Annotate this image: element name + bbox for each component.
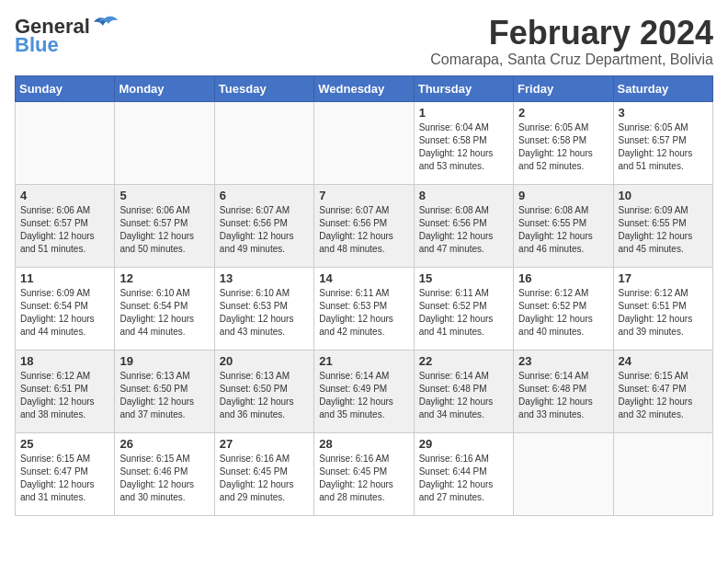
day-number: 25	[20, 437, 109, 451]
day-info: Sunrise: 6:10 AM Sunset: 6:53 PM Dayligh…	[220, 287, 309, 339]
calendar-cell	[514, 432, 613, 515]
day-number: 14	[319, 271, 408, 285]
day-info: Sunrise: 6:14 AM Sunset: 6:48 PM Dayligh…	[518, 370, 608, 421]
day-number: 16	[518, 271, 608, 285]
day-info: Sunrise: 6:08 AM Sunset: 6:55 PM Dayligh…	[518, 204, 608, 256]
day-info: Sunrise: 6:16 AM Sunset: 6:45 PM Dayligh…	[220, 453, 309, 504]
day-info: Sunrise: 6:15 AM Sunset: 6:47 PM Dayligh…	[20, 453, 109, 504]
weekday-header-thursday: Thursday	[414, 75, 513, 101]
day-info: Sunrise: 6:16 AM Sunset: 6:45 PM Dayligh…	[319, 453, 408, 504]
calendar-cell	[613, 432, 712, 515]
calendar-cell: 12Sunrise: 6:10 AM Sunset: 6:54 PM Dayli…	[115, 267, 214, 350]
calendar-cell: 7Sunrise: 6:07 AM Sunset: 6:56 PM Daylig…	[314, 184, 414, 267]
day-number: 17	[619, 271, 708, 285]
calendar-cell: 20Sunrise: 6:13 AM Sunset: 6:50 PM Dayli…	[214, 350, 313, 432]
day-number: 19	[119, 354, 209, 368]
weekday-header-tuesday: Tuesday	[214, 75, 313, 101]
title-section: February 2024 Comarapa, Santa Cruz Depar…	[430, 15, 713, 68]
day-number: 13	[220, 271, 309, 285]
logo: General Blue	[15, 15, 118, 57]
page-title: February 2024	[430, 15, 713, 52]
calendar-cell: 25Sunrise: 6:15 AM Sunset: 6:47 PM Dayli…	[16, 432, 115, 515]
calendar-cell: 6Sunrise: 6:07 AM Sunset: 6:56 PM Daylig…	[214, 184, 313, 267]
day-number: 5	[119, 189, 209, 202]
calendar-cell: 8Sunrise: 6:08 AM Sunset: 6:56 PM Daylig…	[414, 184, 513, 267]
day-number: 15	[419, 271, 508, 285]
day-number: 12	[119, 271, 209, 285]
day-number: 21	[319, 354, 408, 368]
calendar-week-row: 4Sunrise: 6:06 AM Sunset: 6:57 PM Daylig…	[16, 184, 713, 267]
day-info: Sunrise: 6:10 AM Sunset: 6:54 PM Dayligh…	[119, 287, 209, 339]
day-info: Sunrise: 6:06 AM Sunset: 6:57 PM Dayligh…	[119, 204, 209, 256]
calendar-cell	[16, 101, 115, 184]
calendar-cell: 21Sunrise: 6:14 AM Sunset: 6:49 PM Dayli…	[314, 350, 414, 432]
day-number: 9	[518, 189, 608, 202]
day-number: 28	[319, 437, 408, 451]
day-info: Sunrise: 6:07 AM Sunset: 6:56 PM Dayligh…	[319, 204, 408, 256]
weekday-header-wednesday: Wednesday	[314, 75, 414, 101]
calendar-cell: 5Sunrise: 6:06 AM Sunset: 6:57 PM Daylig…	[115, 184, 214, 267]
day-info: Sunrise: 6:05 AM Sunset: 6:58 PM Dayligh…	[518, 121, 608, 173]
calendar-cell: 14Sunrise: 6:11 AM Sunset: 6:53 PM Dayli…	[314, 267, 414, 350]
calendar-cell: 10Sunrise: 6:09 AM Sunset: 6:55 PM Dayli…	[613, 184, 712, 267]
calendar-cell	[115, 101, 214, 184]
day-number: 10	[619, 189, 708, 202]
calendar-cell: 13Sunrise: 6:10 AM Sunset: 6:53 PM Dayli…	[214, 267, 313, 350]
day-info: Sunrise: 6:04 AM Sunset: 6:58 PM Dayligh…	[419, 121, 508, 173]
calendar-cell: 24Sunrise: 6:15 AM Sunset: 6:47 PM Dayli…	[613, 350, 712, 432]
page-subtitle: Comarapa, Santa Cruz Department, Bolivia	[430, 52, 713, 68]
calendar-cell: 23Sunrise: 6:14 AM Sunset: 6:48 PM Dayli…	[514, 350, 613, 432]
calendar-week-row: 25Sunrise: 6:15 AM Sunset: 6:47 PM Dayli…	[16, 432, 713, 515]
day-info: Sunrise: 6:09 AM Sunset: 6:54 PM Dayligh…	[20, 287, 109, 339]
day-number: 3	[619, 106, 708, 120]
calendar-cell: 15Sunrise: 6:11 AM Sunset: 6:52 PM Dayli…	[414, 267, 513, 350]
day-number: 24	[619, 354, 708, 368]
calendar-cell	[214, 101, 313, 184]
calendar-week-row: 1Sunrise: 6:04 AM Sunset: 6:58 PM Daylig…	[16, 101, 713, 184]
calendar-cell: 9Sunrise: 6:08 AM Sunset: 6:55 PM Daylig…	[514, 184, 613, 267]
day-info: Sunrise: 6:14 AM Sunset: 6:48 PM Dayligh…	[419, 370, 508, 421]
day-info: Sunrise: 6:06 AM Sunset: 6:57 PM Dayligh…	[20, 204, 109, 256]
calendar-cell: 3Sunrise: 6:05 AM Sunset: 6:57 PM Daylig…	[613, 101, 712, 184]
weekday-header-sunday: Sunday	[16, 75, 115, 101]
weekday-header-friday: Friday	[514, 75, 613, 101]
day-info: Sunrise: 6:08 AM Sunset: 6:56 PM Dayligh…	[419, 204, 508, 256]
day-info: Sunrise: 6:07 AM Sunset: 6:56 PM Dayligh…	[220, 204, 309, 256]
calendar-table: SundayMondayTuesdayWednesdayThursdayFrid…	[15, 75, 713, 516]
day-number: 4	[20, 189, 109, 202]
weekday-header-saturday: Saturday	[613, 75, 712, 101]
calendar-cell: 28Sunrise: 6:16 AM Sunset: 6:45 PM Dayli…	[314, 432, 414, 515]
day-info: Sunrise: 6:12 AM Sunset: 6:52 PM Dayligh…	[518, 287, 608, 339]
calendar-cell: 29Sunrise: 6:16 AM Sunset: 6:44 PM Dayli…	[414, 432, 513, 515]
day-info: Sunrise: 6:11 AM Sunset: 6:53 PM Dayligh…	[319, 287, 408, 339]
calendar-week-row: 11Sunrise: 6:09 AM Sunset: 6:54 PM Dayli…	[16, 267, 713, 350]
day-number: 26	[119, 437, 209, 451]
calendar-cell: 4Sunrise: 6:06 AM Sunset: 6:57 PM Daylig…	[16, 184, 115, 267]
logo-bird-icon	[92, 15, 118, 35]
day-number: 18	[20, 354, 109, 368]
day-number: 27	[220, 437, 309, 451]
day-info: Sunrise: 6:14 AM Sunset: 6:49 PM Dayligh…	[319, 370, 408, 421]
day-number: 29	[419, 437, 508, 451]
logo-blue: Blue	[15, 33, 59, 57]
day-info: Sunrise: 6:15 AM Sunset: 6:47 PM Dayligh…	[619, 370, 708, 421]
day-info: Sunrise: 6:12 AM Sunset: 6:51 PM Dayligh…	[619, 287, 708, 339]
day-info: Sunrise: 6:12 AM Sunset: 6:51 PM Dayligh…	[20, 370, 109, 421]
calendar-cell: 22Sunrise: 6:14 AM Sunset: 6:48 PM Dayli…	[414, 350, 513, 432]
page-header: General Blue February 2024 Comarapa, San…	[15, 15, 713, 68]
calendar-cell: 2Sunrise: 6:05 AM Sunset: 6:58 PM Daylig…	[514, 101, 613, 184]
calendar-cell: 18Sunrise: 6:12 AM Sunset: 6:51 PM Dayli…	[16, 350, 115, 432]
day-number: 7	[319, 189, 408, 202]
calendar-cell: 26Sunrise: 6:15 AM Sunset: 6:46 PM Dayli…	[115, 432, 214, 515]
day-number: 1	[419, 106, 508, 120]
calendar-cell: 11Sunrise: 6:09 AM Sunset: 6:54 PM Dayli…	[16, 267, 115, 350]
day-info: Sunrise: 6:09 AM Sunset: 6:55 PM Dayligh…	[619, 204, 708, 256]
calendar-cell: 27Sunrise: 6:16 AM Sunset: 6:45 PM Dayli…	[214, 432, 313, 515]
calendar-cell: 16Sunrise: 6:12 AM Sunset: 6:52 PM Dayli…	[514, 267, 613, 350]
day-number: 6	[220, 189, 309, 202]
calendar-cell: 1Sunrise: 6:04 AM Sunset: 6:58 PM Daylig…	[414, 101, 513, 184]
day-info: Sunrise: 6:13 AM Sunset: 6:50 PM Dayligh…	[119, 370, 209, 421]
calendar-week-row: 18Sunrise: 6:12 AM Sunset: 6:51 PM Dayli…	[16, 350, 713, 432]
day-number: 2	[518, 106, 608, 120]
day-number: 22	[419, 354, 508, 368]
